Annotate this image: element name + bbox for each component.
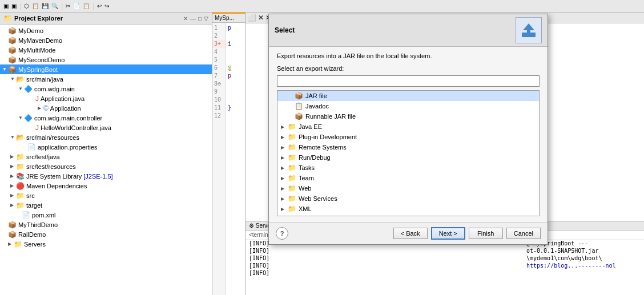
export-search-input[interactable] bbox=[277, 75, 540, 87]
tree-item-myThirdDemo[interactable]: 📦 MyThirdDemo bbox=[0, 220, 212, 229]
tree-item-srcTestJava[interactable]: ▶ 📁 src/test/java bbox=[0, 152, 212, 161]
tree-item-applicationProperties[interactable]: 📄 application.properties bbox=[0, 142, 212, 152]
tree-item-srcMainResources[interactable]: ▼ 📂 src/main/resources bbox=[0, 132, 212, 142]
line-numbers-col: 1 2 3+ 4 5 6 7 8⊖ 9 10 11 12 bbox=[212, 23, 226, 295]
main-content-panel: ⬜ ✕ ✕ | ⏩ ⏩ ⚙ Serve... <terminal...> bbox=[245, 13, 644, 295]
tree-label: MyThirdDemo bbox=[18, 221, 58, 228]
tree-item-pomXml[interactable]: 📄 pom.xml bbox=[0, 210, 212, 220]
project-icon: 📦 bbox=[8, 56, 17, 64]
explorer-close-icon[interactable]: ✕ bbox=[183, 15, 188, 22]
export-item-jar[interactable]: 📦 JAR file bbox=[277, 91, 539, 101]
tree-item-jreSystemLibrary[interactable]: ▶ 📚 JRE System Library [J2SE-1.5] bbox=[0, 171, 212, 181]
export-group-plugin[interactable]: ▶ 📁 Plug-in Development bbox=[277, 132, 539, 142]
explorer-min-icon[interactable]: — bbox=[190, 15, 196, 22]
export-group-webservices[interactable]: ▶ 📁 Web Services bbox=[277, 193, 539, 204]
export-group-label: XML bbox=[299, 205, 312, 212]
xml-icon: 📄 bbox=[22, 211, 30, 219]
tree-label: src/main/java bbox=[26, 76, 63, 83]
tree-arrow: ▶ bbox=[38, 106, 43, 111]
finish-button[interactable]: Finish bbox=[469, 228, 503, 239]
properties-icon: 📄 bbox=[27, 143, 36, 151]
export-group-xml[interactable]: ▶ 📁 XML bbox=[277, 204, 539, 214]
tree-item-railDemo[interactable]: 📦 RailDemo bbox=[0, 229, 212, 239]
java-file-icon: J bbox=[35, 124, 39, 132]
tree-item-applicationJava[interactable]: J Application.java bbox=[0, 94, 212, 103]
tree-label: Maven Dependencies bbox=[26, 183, 87, 189]
tree-label: src/test/java bbox=[26, 153, 60, 160]
export-group-rundebug[interactable]: ▶ 📁 Run/Debug bbox=[277, 152, 539, 163]
tree-item-myDemo[interactable]: 📦 MyDemo bbox=[0, 26, 212, 35]
tree-label: HelloWorldController.java bbox=[41, 124, 111, 131]
project-icon: 📦 bbox=[8, 66, 17, 74]
help-button[interactable]: ? bbox=[276, 227, 288, 240]
export-tree-container[interactable]: 📦 JAR file 📋 Javadoc 📦 Runnable JAR file bbox=[277, 90, 540, 216]
tree-item-srcTestResources[interactable]: ▶ 📁 src/test/resources bbox=[0, 161, 212, 171]
tree-item-myMultiMode[interactable]: 📦 MyMultiMode bbox=[0, 45, 212, 55]
toolbar-btn-9[interactable]: 📋 bbox=[82, 2, 91, 10]
folder-icon: 📂 bbox=[16, 134, 25, 142]
toolbar-btn-6[interactable]: 🔍 bbox=[50, 2, 59, 10]
next-button[interactable]: Next > bbox=[431, 227, 465, 240]
right-toolbar-btn-2[interactable]: ✕ bbox=[258, 14, 264, 22]
toolbar-btn-8[interactable]: 📄 bbox=[72, 2, 81, 10]
console-right-line-3: \mydemo1\com\wdg\boot\ bbox=[526, 255, 641, 262]
project-icon: 📦 bbox=[8, 37, 17, 45]
tree-item-target[interactable]: ▶ 📁 target bbox=[0, 200, 212, 210]
cancel-button[interactable]: Cancel bbox=[506, 228, 541, 239]
export-group-javaee[interactable]: ▶ 📁 Java EE bbox=[277, 122, 539, 132]
export-group-web[interactable]: ▶ 📁 Web bbox=[277, 183, 539, 193]
toolbar-btn-2[interactable]: ▣ bbox=[10, 2, 18, 10]
tree-item-src[interactable]: ▶ 📁 src bbox=[0, 191, 212, 200]
export-group-tasks[interactable]: ▶ 📁 Tasks bbox=[277, 163, 539, 173]
project-explorer-panel: 📁 Project Explorer ✕ — □ ▽ 📦 MyDemo 📦 bbox=[0, 13, 212, 295]
folder-icon: 📁 bbox=[288, 174, 296, 182]
tree-label: src bbox=[26, 192, 35, 199]
tree-item-mySecondDemo[interactable]: 📦 MySecondDemo bbox=[0, 55, 212, 64]
right-toolbar-btn-1[interactable]: ⬜ bbox=[248, 14, 256, 22]
tree-item-mySpringBoot[interactable]: ▼ 📦 MySpringBoot bbox=[0, 64, 212, 74]
toolbar-btn-7[interactable]: ✂ bbox=[65, 2, 71, 10]
toolbar-btn-redo[interactable]: ↪ bbox=[103, 2, 110, 10]
group-arrow-icon: ▶ bbox=[281, 124, 287, 130]
tree-label: com.wdg.main.controller bbox=[34, 115, 102, 122]
toolbar-btn-5[interactable]: 💾 bbox=[41, 2, 50, 10]
tree-item-myMavenDemo[interactable]: 📦 MyMavenDemo bbox=[0, 35, 212, 45]
editor-lines: 1 2 3+ 4 5 6 7 8⊖ 9 10 11 12 p i bbox=[212, 23, 245, 295]
tree-arrow: ▶ bbox=[10, 154, 16, 159]
code-content-col: p i @ p } bbox=[226, 23, 233, 295]
tree-arrow: ▶ bbox=[10, 183, 16, 188]
tree-item-application[interactable]: ▶ © Application bbox=[0, 103, 212, 113]
console-line-4: [INFO] bbox=[249, 262, 526, 270]
export-group-remote[interactable]: ▶ 📁 Remote Systems bbox=[277, 142, 539, 152]
tree-arrow: ▶ bbox=[10, 193, 16, 198]
explorer-max-icon[interactable]: □ bbox=[198, 15, 202, 22]
tree-label: application.properties bbox=[38, 144, 98, 151]
export-item-runnable-jar[interactable]: 📦 Runnable JAR file bbox=[277, 111, 539, 122]
folder-icon: 📁 bbox=[16, 192, 25, 200]
editor-tab[interactable]: MySp... bbox=[212, 13, 245, 23]
toolbar-btn-3[interactable]: ⬡ bbox=[23, 2, 30, 10]
back-button[interactable]: < Back bbox=[393, 228, 428, 239]
tree-item-comWdgMain[interactable]: ▼ 🔷 com.wdg.main bbox=[0, 84, 212, 94]
explorer-icon: 📁 bbox=[3, 14, 12, 22]
tree-arrow: ▶ bbox=[10, 164, 16, 169]
folder-icon: 📁 bbox=[288, 153, 296, 161]
tree-item-servers[interactable]: ▶ 📁 Servers bbox=[0, 239, 212, 249]
tree-item-helloWorldController[interactable]: J HelloWorldController.java bbox=[0, 123, 212, 132]
folder-icon: 📁 bbox=[288, 184, 296, 192]
export-group-label: Java EE bbox=[299, 123, 322, 130]
toolbar-btn-1[interactable]: ▣ bbox=[2, 2, 10, 10]
tree-item-mavenDependencies[interactable]: ▶ 🔴 Maven Dependencies bbox=[0, 181, 212, 191]
folder-icon: 📁 bbox=[288, 164, 296, 172]
tree-item-comWdgMainController[interactable]: ▼ 🔷 com.wdg.main.controller bbox=[0, 113, 212, 123]
explorer-menu-icon[interactable]: ▽ bbox=[204, 15, 208, 22]
svg-rect-0 bbox=[522, 33, 536, 37]
export-item-javadoc[interactable]: 📋 Javadoc bbox=[277, 101, 539, 111]
tree-label: MySpringBoot bbox=[18, 66, 58, 73]
toolbar-btn-4[interactable]: 📋 bbox=[31, 2, 40, 10]
tree-label: MyMultiMode bbox=[18, 47, 55, 54]
export-group-team[interactable]: ▶ 📁 Team bbox=[277, 173, 539, 183]
explorer-tree[interactable]: 📦 MyDemo 📦 MyMavenDemo 📦 MyMultiMode bbox=[0, 25, 212, 295]
tree-item-srcMainJava[interactable]: ▼ 📂 src/main/java bbox=[0, 74, 212, 84]
toolbar-btn-undo[interactable]: ↩ bbox=[96, 2, 103, 10]
